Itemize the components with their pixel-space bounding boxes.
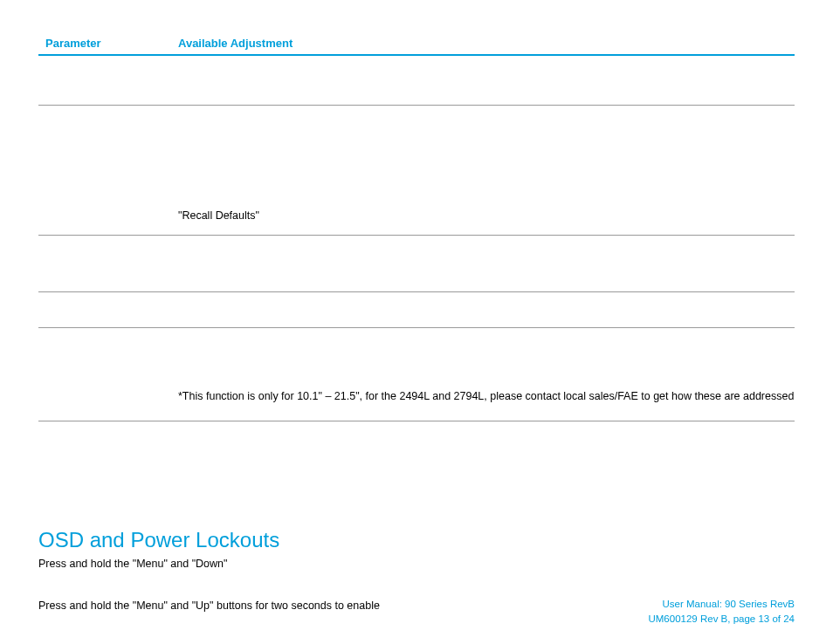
parameter-table: Parameter Available Adjustment "Recall D… xyxy=(38,37,795,421)
row-adjust-cell: *This function is only for 10.1" – 21.5"… xyxy=(178,387,795,403)
table-row: *This function is only for 10.1" – 21.5"… xyxy=(38,328,795,421)
row-divider xyxy=(38,421,795,421)
table-row: "Recall Defaults" xyxy=(38,106,795,235)
table-row xyxy=(38,236,795,291)
header-parameter: Parameter xyxy=(38,37,178,50)
footnote-text: *This function is only for 10.1" – 21.5"… xyxy=(178,390,794,402)
table-row xyxy=(38,292,795,327)
section-heading-lockouts: OSD and Power Lockouts xyxy=(38,528,795,552)
recall-defaults-text: "Recall Defaults" xyxy=(178,209,259,222)
page-footer: User Manual: 90 Series RevB UM600129 Rev… xyxy=(648,597,795,627)
lockout-para1: Press and hold the "Menu" and "Down" xyxy=(38,558,795,570)
footer-line1: User Manual: 90 Series RevB xyxy=(648,597,795,612)
table-header-row: Parameter Available Adjustment xyxy=(38,37,795,54)
table-row xyxy=(38,56,795,105)
header-adjustment: Available Adjustment xyxy=(178,37,795,50)
footer-line2: UM600129 Rev B, page 13 of 24 xyxy=(648,612,795,627)
row-adjust-cell: "Recall Defaults" xyxy=(178,207,795,223)
